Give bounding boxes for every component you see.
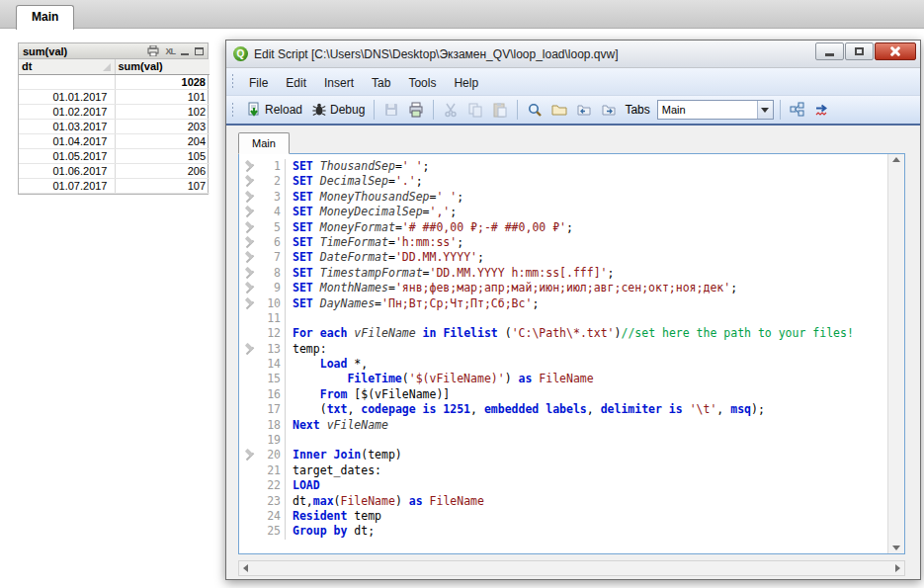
table-row[interactable]: 01.03.2017203 [19, 119, 210, 133]
gutter-cell[interactable] [239, 418, 259, 433]
menubar-grip-handle[interactable] [231, 73, 234, 90]
column-header-sumval[interactable]: sum(val) [115, 59, 210, 74]
table-total-row: 1028 [19, 74, 210, 89]
menu-item-insert[interactable]: Insert [315, 72, 363, 94]
code-line: 20Inner Join(temp) [239, 448, 887, 462]
code-line: 25Group by dt; [239, 524, 887, 539]
script-tab-main[interactable]: Main [238, 132, 290, 154]
gutter-cell[interactable] [239, 478, 259, 493]
maximize-icon[interactable] [195, 47, 204, 55]
line-number: 2 [259, 174, 285, 189]
straight-table: dt sum(val) 1028 01.01.201710101.02.2017… [19, 59, 210, 194]
menu-item-edit[interactable]: Edit [277, 72, 315, 94]
cell-dt[interactable]: 01.07.2017 [19, 178, 115, 193]
gutter-cell[interactable] [239, 205, 259, 219]
code-lines[interactable]: 1SET ThousandSep=' ';2SET DecimalSep='.'… [239, 154, 887, 553]
cell-dt[interactable]: 01.06.2017 [19, 163, 115, 178]
print-button[interactable] [405, 100, 427, 120]
minimize-window-button[interactable] [815, 42, 844, 60]
gutter-cell[interactable] [239, 387, 259, 402]
goto-button[interactable] [811, 100, 833, 120]
titlebar[interactable]: Q Edit Script [C:\Users\DNS\Desktop\Экза… [226, 41, 920, 68]
cell-sumval[interactable]: 206 [115, 163, 210, 178]
print-icon[interactable] [147, 45, 159, 56]
table-row[interactable]: 01.06.2017206 [19, 163, 210, 178]
cell-sumval[interactable]: 102 [115, 104, 210, 119]
gutter-cell[interactable] [239, 433, 259, 448]
debug-button[interactable]: Debug [308, 100, 368, 120]
table-row[interactable]: 01.02.2017102 [19, 104, 210, 119]
previous-tab-button[interactable] [573, 100, 595, 120]
hammer-icon [244, 283, 256, 294]
gutter-cell[interactable] [239, 159, 259, 174]
gutter-cell[interactable] [239, 296, 259, 311]
gutter-cell[interactable] [239, 220, 259, 235]
menu-item-tools[interactable]: Tools [399, 72, 445, 94]
gutter-cell[interactable] [239, 372, 259, 386]
menu-item-help[interactable]: Help [445, 72, 487, 94]
combobox-dropdown-button[interactable] [757, 101, 773, 119]
gutter-cell[interactable] [239, 494, 259, 509]
table-row[interactable]: 01.04.2017204 [19, 133, 210, 148]
cell-sumval[interactable]: 204 [115, 133, 210, 148]
table-caption-title: sum(val) [23, 45, 147, 57]
excel-export-icon[interactable]: XL [165, 46, 175, 56]
cell-dt[interactable]: 01.04.2017 [19, 133, 115, 148]
close-window-button[interactable] [875, 42, 916, 60]
sheet-tab-main[interactable]: Main [16, 5, 74, 30]
gutter-cell[interactable] [239, 326, 259, 341]
reload-button[interactable]: Reload [243, 100, 305, 120]
find-button[interactable] [524, 100, 546, 120]
hammer-icon [244, 176, 256, 188]
paste-icon [492, 102, 508, 118]
gutter-cell[interactable] [239, 463, 259, 478]
cell-sumval[interactable]: 107 [115, 178, 210, 193]
scroll-up-icon[interactable] [892, 157, 900, 162]
toolbar-separator [780, 100, 781, 120]
table-row[interactable]: 01.05.2017105 [19, 148, 210, 163]
menu-item-file[interactable]: File [240, 72, 277, 94]
code-text: dt,max(FileName) as FileName [293, 494, 887, 509]
cell-dt[interactable]: 01.01.2017 [19, 89, 115, 104]
gutter-cell[interactable] [239, 357, 259, 372]
gutter-cell[interactable] [239, 311, 259, 326]
copy-icon [467, 102, 483, 118]
table-row[interactable]: 01.07.2017107 [19, 178, 210, 193]
gutter-cell[interactable] [239, 266, 259, 281]
gutter-cell[interactable] [239, 174, 259, 189]
script-editor[interactable]: 1SET ThousandSep=' ';2SET DecimalSep='.'… [238, 153, 905, 554]
gutter-cell[interactable] [239, 524, 259, 539]
scroll-down-icon[interactable] [892, 546, 900, 550]
gutter-cell[interactable] [239, 448, 259, 462]
menu-item-tab[interactable]: Tab [363, 72, 399, 94]
table-viewer-button[interactable] [787, 100, 808, 120]
cell-dt[interactable]: 01.03.2017 [19, 119, 115, 133]
gutter-cell[interactable] [239, 190, 259, 205]
cell-dt[interactable]: 01.02.2017 [19, 104, 115, 119]
gutter-cell[interactable] [239, 281, 259, 295]
gutter-cell[interactable] [239, 235, 259, 250]
gutter-cell[interactable] [239, 250, 259, 265]
scroll-left-icon[interactable] [243, 564, 248, 572]
cell-sumval[interactable]: 203 [115, 119, 210, 133]
horizontal-scrollbar[interactable] [238, 560, 905, 576]
cell-sumval[interactable]: 101 [115, 89, 210, 104]
scroll-right-icon[interactable] [895, 564, 900, 572]
column-header-dt[interactable]: dt [19, 59, 115, 74]
tabs-combobox[interactable]: Main [657, 100, 774, 120]
gutter-cell[interactable] [239, 509, 259, 524]
minimize-icon[interactable] [181, 53, 189, 55]
gutter-cell[interactable] [239, 402, 259, 417]
cell-dt[interactable]: 01.05.2017 [19, 148, 115, 163]
code-text: Next vFileName [293, 418, 887, 433]
open-folder-button[interactable] [548, 100, 570, 120]
table-caption-bar[interactable]: sum(val) XL [19, 43, 208, 59]
toolbar-grip-handle[interactable] [231, 102, 234, 119]
cell-sumval[interactable]: 105 [115, 148, 210, 163]
next-tab-button[interactable] [598, 100, 620, 120]
vertical-scrollbar[interactable] [887, 154, 904, 553]
code-line: 14 Load *, [239, 357, 887, 372]
gutter-cell[interactable] [239, 342, 259, 357]
restore-window-button[interactable] [845, 42, 874, 60]
table-row[interactable]: 01.01.2017101 [19, 89, 210, 104]
